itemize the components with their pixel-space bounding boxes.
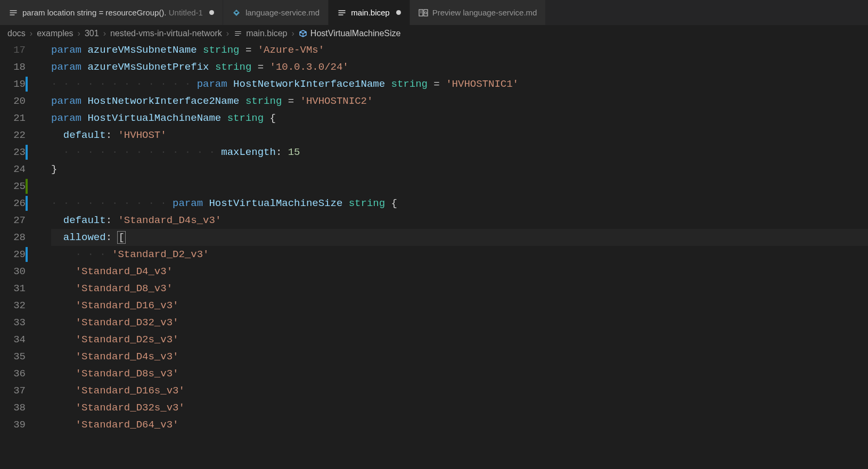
symbol-field-icon: [299, 29, 307, 38]
line-number: 22: [0, 127, 26, 144]
tab-untitled[interactable]: param location string = resourceGroup().…: [0, 0, 223, 25]
code-line[interactable]: param azureVMsSubnetName string = 'Azure…: [51, 42, 868, 59]
tab-label: param location string = resourceGroup().…: [22, 8, 203, 17]
code-line[interactable]: 'Standard_D8_v3': [51, 280, 868, 297]
line-number: 39: [0, 416, 26, 433]
code-line[interactable]: · · · · · · · · · · · · · maxLength: 15: [51, 144, 868, 161]
line-number: 32: [0, 297, 26, 314]
modified-indicator: [209, 10, 214, 15]
line-number: 33: [0, 314, 26, 331]
crumb-nested[interactable]: nested-vms-in-virtual-network: [110, 29, 222, 38]
crumb-file[interactable]: main.bicep: [233, 29, 287, 38]
code-line[interactable]: 'Standard_D32_v3': [51, 314, 868, 331]
code-line[interactable]: 'Standard_D16_v3': [51, 297, 868, 314]
code-line[interactable]: param azureVMsSubnetPrefix string = '10.…: [51, 59, 868, 76]
crumb-301[interactable]: 301: [85, 29, 99, 38]
line-number: 31: [0, 280, 26, 297]
code-line[interactable]: · · · 'Standard_D2_v3': [51, 246, 868, 263]
tab-label: Preview language-service.md: [432, 8, 537, 17]
tab-preview[interactable]: Preview language-service.md: [410, 0, 546, 25]
line-number: 37: [0, 382, 26, 399]
code-line[interactable]: allowed: [: [51, 229, 868, 246]
line-number: 17: [0, 42, 26, 59]
chevron-right-icon: ›: [103, 29, 106, 38]
modified-indicator: [396, 10, 401, 15]
line-number: 25: [0, 178, 26, 195]
preview-icon: [419, 8, 428, 18]
code-line[interactable]: · · · · · · · · · · · · param HostNetwor…: [51, 76, 868, 93]
line-number: 36: [0, 365, 26, 382]
markdown-icon: [232, 8, 241, 18]
line-number: 23: [0, 144, 26, 161]
code-line[interactable]: }: [51, 161, 868, 178]
bicep-icon: [337, 8, 347, 18]
svg-line-11: [427, 13, 428, 14]
code-line[interactable]: 'Standard_D8s_v3': [51, 365, 868, 382]
code-line[interactable]: [51, 178, 868, 195]
line-number: 18: [0, 59, 26, 76]
code-editor[interactable]: 1718192021222324252627282930313233343536…: [0, 42, 868, 433]
chevron-right-icon: ›: [292, 29, 294, 38]
breadcrumb: docs › examples › 301 › nested-vms-in-vi…: [0, 26, 868, 42]
code-line[interactable]: default: 'HVHOST': [51, 127, 868, 144]
code-line[interactable]: 'Standard_D64_v3': [51, 416, 868, 433]
tab-label: main.bicep: [351, 8, 390, 17]
crumb-examples[interactable]: examples: [37, 29, 73, 38]
chevron-right-icon: ›: [30, 29, 32, 38]
line-number: 28: [0, 229, 26, 246]
code-line[interactable]: · · · · · · · · · · param HostVirtualMac…: [51, 195, 868, 212]
code-line[interactable]: default: 'Standard_D4s_v3': [51, 212, 868, 229]
line-number: 34: [0, 331, 26, 348]
tab-main-bicep[interactable]: main.bicep: [329, 0, 410, 25]
code-line[interactable]: param HostNetworkInterface2Name string =…: [51, 93, 868, 110]
line-number: 19: [0, 76, 26, 93]
tab-language-service[interactable]: language-service.md: [223, 0, 329, 25]
line-number-gutter: 1718192021222324252627282930313233343536…: [0, 42, 38, 433]
bicep-icon: [233, 29, 243, 38]
line-number: 27: [0, 212, 26, 229]
editor-tabs: param location string = resourceGroup().…: [0, 0, 868, 26]
tab-label: language-service.md: [245, 8, 320, 17]
line-number: 38: [0, 399, 26, 416]
line-number: 20: [0, 93, 26, 110]
code-line[interactable]: param HostVirtualMachineName string {: [51, 110, 868, 127]
line-number: 35: [0, 348, 26, 365]
line-number: 26: [0, 195, 26, 212]
line-number: 24: [0, 161, 26, 178]
code-line[interactable]: 'Standard_D4s_v3': [51, 348, 868, 365]
svg-point-10: [424, 12, 427, 14]
line-number: 21: [0, 110, 26, 127]
code-line[interactable]: 'Standard_D4_v3': [51, 263, 868, 280]
code-line[interactable]: 'Standard_D32s_v3': [51, 399, 868, 416]
code-line[interactable]: 'Standard_D2s_v3': [51, 331, 868, 348]
line-number: 30: [0, 263, 26, 280]
chevron-right-icon: ›: [226, 29, 229, 38]
list-icon: [9, 8, 18, 18]
crumb-symbol[interactable]: HostVirtualMachineSize: [299, 29, 401, 38]
chevron-right-icon: ›: [78, 29, 80, 38]
code-content[interactable]: param azureVMsSubnetName string = 'Azure…: [38, 42, 868, 433]
line-number: 29: [0, 246, 26, 263]
crumb-docs[interactable]: docs: [7, 29, 26, 38]
code-line[interactable]: 'Standard_D16s_v3': [51, 382, 868, 399]
